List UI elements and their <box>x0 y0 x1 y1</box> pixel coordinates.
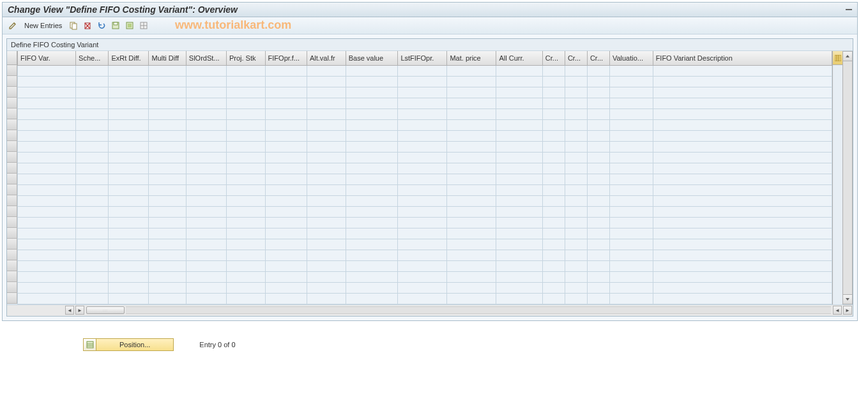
cell[interactable] <box>542 174 565 184</box>
cell[interactable] <box>18 141 76 152</box>
cell[interactable] <box>18 76 76 87</box>
cell[interactable] <box>76 184 109 195</box>
cell[interactable] <box>587 206 609 217</box>
cell[interactable] <box>653 239 832 250</box>
cell[interactable] <box>398 271 447 282</box>
cell[interactable] <box>226 217 265 228</box>
cell[interactable] <box>18 239 76 250</box>
cell[interactable] <box>226 282 265 293</box>
col-header[interactable]: ExRt Diff. <box>109 51 149 65</box>
cell[interactable] <box>398 119 447 130</box>
cell[interactable] <box>76 76 109 87</box>
cell[interactable] <box>542 195 565 206</box>
row-selector[interactable] <box>7 65 17 76</box>
row-selector[interactable] <box>7 239 17 250</box>
cell[interactable] <box>565 174 587 184</box>
cell[interactable] <box>226 87 265 98</box>
cell[interactable] <box>109 87 149 98</box>
cell[interactable] <box>186 141 226 152</box>
cell[interactable] <box>346 271 398 282</box>
cell[interactable] <box>307 119 346 130</box>
cell[interactable] <box>18 293 76 304</box>
cell[interactable] <box>186 282 226 293</box>
cell[interactable] <box>346 217 398 228</box>
row-selector[interactable] <box>7 195 17 206</box>
cell[interactable] <box>542 98 565 108</box>
cell[interactable] <box>398 174 447 184</box>
cell[interactable] <box>76 98 109 108</box>
cell[interactable] <box>18 174 76 184</box>
cell[interactable] <box>398 98 447 108</box>
cell[interactable] <box>186 206 226 217</box>
cell[interactable] <box>609 108 653 119</box>
cell[interactable] <box>609 228 653 239</box>
cell[interactable] <box>109 250 149 260</box>
cell[interactable] <box>398 152 447 163</box>
cell[interactable] <box>265 141 307 152</box>
cell[interactable] <box>609 174 653 184</box>
cell[interactable] <box>265 163 307 174</box>
cell[interactable] <box>609 87 653 98</box>
cell[interactable] <box>346 130 398 141</box>
cell[interactable] <box>18 282 76 293</box>
cell[interactable] <box>186 250 226 260</box>
cell[interactable] <box>346 282 398 293</box>
cell[interactable] <box>307 152 346 163</box>
cell[interactable] <box>18 87 76 98</box>
cell[interactable] <box>565 195 587 206</box>
table-row[interactable] <box>18 250 832 260</box>
cell[interactable] <box>346 293 398 304</box>
cell[interactable] <box>76 163 109 174</box>
cell[interactable] <box>587 119 609 130</box>
row-selector[interactable] <box>7 98 17 108</box>
cell[interactable] <box>542 206 565 217</box>
cell[interactable] <box>265 206 307 217</box>
cell[interactable] <box>609 195 653 206</box>
cell[interactable] <box>76 141 109 152</box>
cell[interactable] <box>226 250 265 260</box>
cell[interactable] <box>447 282 496 293</box>
cell[interactable] <box>587 250 609 260</box>
cell[interactable] <box>653 65 832 76</box>
row-selector[interactable] <box>7 87 17 98</box>
cell[interactable] <box>496 141 542 152</box>
cell[interactable] <box>186 65 226 76</box>
cell[interactable] <box>542 141 565 152</box>
cell[interactable] <box>226 76 265 87</box>
table-row[interactable] <box>18 184 832 195</box>
cell[interactable] <box>609 239 653 250</box>
cell[interactable] <box>18 228 76 239</box>
cell[interactable] <box>307 250 346 260</box>
cell[interactable] <box>226 108 265 119</box>
table-row[interactable] <box>18 163 832 174</box>
cell[interactable] <box>226 271 265 282</box>
cell[interactable] <box>186 228 226 239</box>
cell[interactable] <box>109 184 149 195</box>
col-header[interactable]: FIFO Variant Description <box>653 51 832 65</box>
col-header[interactable]: Valuatio... <box>609 51 653 65</box>
cell[interactable] <box>447 195 496 206</box>
cell[interactable] <box>653 282 832 293</box>
cell[interactable] <box>398 65 447 76</box>
row-selector[interactable] <box>7 217 17 228</box>
cell[interactable] <box>76 293 109 304</box>
cell[interactable] <box>109 65 149 76</box>
cell[interactable] <box>496 98 542 108</box>
table-row[interactable] <box>18 293 832 304</box>
cell[interactable] <box>398 130 447 141</box>
cell[interactable] <box>609 119 653 130</box>
cell[interactable] <box>346 250 398 260</box>
cell[interactable] <box>109 98 149 108</box>
cell[interactable] <box>307 163 346 174</box>
cell[interactable] <box>265 260 307 271</box>
cell[interactable] <box>609 184 653 195</box>
cell[interactable] <box>496 195 542 206</box>
cell[interactable] <box>542 250 565 260</box>
cell[interactable] <box>653 228 832 239</box>
cell[interactable] <box>18 206 76 217</box>
cell[interactable] <box>265 65 307 76</box>
cell[interactable] <box>447 217 496 228</box>
cell[interactable] <box>653 271 832 282</box>
cell[interactable] <box>496 271 542 282</box>
cell[interactable] <box>149 184 186 195</box>
